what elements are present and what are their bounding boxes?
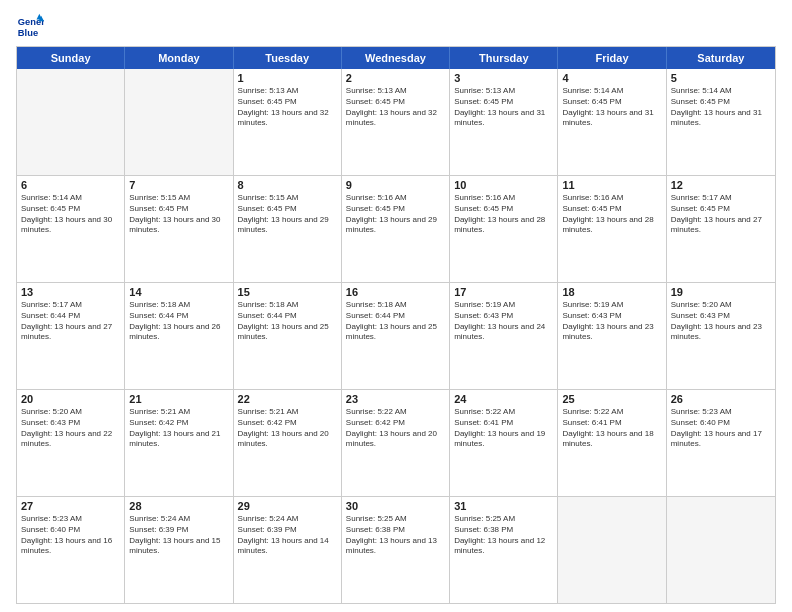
- day-number: 25: [562, 393, 661, 405]
- weekday-header-monday: Monday: [125, 47, 233, 69]
- weekday-header-friday: Friday: [558, 47, 666, 69]
- calendar-day-19: 19Sunrise: 5:20 AM Sunset: 6:43 PM Dayli…: [667, 283, 775, 389]
- day-number: 10: [454, 179, 553, 191]
- day-info: Sunrise: 5:24 AM Sunset: 6:39 PM Dayligh…: [129, 514, 228, 557]
- weekday-header-saturday: Saturday: [667, 47, 775, 69]
- calendar-day-13: 13Sunrise: 5:17 AM Sunset: 6:44 PM Dayli…: [17, 283, 125, 389]
- page: General Blue SundayMondayTuesdayWednesda…: [0, 0, 792, 612]
- day-info: Sunrise: 5:16 AM Sunset: 6:45 PM Dayligh…: [454, 193, 553, 236]
- calendar-empty-cell: [17, 69, 125, 175]
- header: General Blue: [16, 12, 776, 40]
- day-info: Sunrise: 5:20 AM Sunset: 6:43 PM Dayligh…: [671, 300, 771, 343]
- calendar-day-5: 5Sunrise: 5:14 AM Sunset: 6:45 PM Daylig…: [667, 69, 775, 175]
- day-info: Sunrise: 5:17 AM Sunset: 6:45 PM Dayligh…: [671, 193, 771, 236]
- day-number: 30: [346, 500, 445, 512]
- day-number: 23: [346, 393, 445, 405]
- day-info: Sunrise: 5:20 AM Sunset: 6:43 PM Dayligh…: [21, 407, 120, 450]
- calendar-row-2: 13Sunrise: 5:17 AM Sunset: 6:44 PM Dayli…: [17, 283, 775, 390]
- day-number: 5: [671, 72, 771, 84]
- logo: General Blue: [16, 12, 48, 40]
- weekday-header-wednesday: Wednesday: [342, 47, 450, 69]
- day-info: Sunrise: 5:19 AM Sunset: 6:43 PM Dayligh…: [454, 300, 553, 343]
- calendar-day-2: 2Sunrise: 5:13 AM Sunset: 6:45 PM Daylig…: [342, 69, 450, 175]
- weekday-header-thursday: Thursday: [450, 47, 558, 69]
- calendar-day-17: 17Sunrise: 5:19 AM Sunset: 6:43 PM Dayli…: [450, 283, 558, 389]
- calendar-body: 1Sunrise: 5:13 AM Sunset: 6:45 PM Daylig…: [17, 69, 775, 603]
- day-number: 2: [346, 72, 445, 84]
- day-number: 9: [346, 179, 445, 191]
- day-info: Sunrise: 5:14 AM Sunset: 6:45 PM Dayligh…: [21, 193, 120, 236]
- day-number: 6: [21, 179, 120, 191]
- calendar-row-1: 6Sunrise: 5:14 AM Sunset: 6:45 PM Daylig…: [17, 176, 775, 283]
- calendar-header: SundayMondayTuesdayWednesdayThursdayFrid…: [17, 47, 775, 69]
- day-info: Sunrise: 5:25 AM Sunset: 6:38 PM Dayligh…: [454, 514, 553, 557]
- day-info: Sunrise: 5:18 AM Sunset: 6:44 PM Dayligh…: [238, 300, 337, 343]
- calendar-day-18: 18Sunrise: 5:19 AM Sunset: 6:43 PM Dayli…: [558, 283, 666, 389]
- calendar-day-8: 8Sunrise: 5:15 AM Sunset: 6:45 PM Daylig…: [234, 176, 342, 282]
- calendar-row-4: 27Sunrise: 5:23 AM Sunset: 6:40 PM Dayli…: [17, 497, 775, 603]
- day-info: Sunrise: 5:23 AM Sunset: 6:40 PM Dayligh…: [21, 514, 120, 557]
- calendar-row-3: 20Sunrise: 5:20 AM Sunset: 6:43 PM Dayli…: [17, 390, 775, 497]
- calendar-day-26: 26Sunrise: 5:23 AM Sunset: 6:40 PM Dayli…: [667, 390, 775, 496]
- day-info: Sunrise: 5:14 AM Sunset: 6:45 PM Dayligh…: [562, 86, 661, 129]
- day-number: 13: [21, 286, 120, 298]
- day-number: 22: [238, 393, 337, 405]
- calendar-day-16: 16Sunrise: 5:18 AM Sunset: 6:44 PM Dayli…: [342, 283, 450, 389]
- weekday-header-sunday: Sunday: [17, 47, 125, 69]
- calendar-day-23: 23Sunrise: 5:22 AM Sunset: 6:42 PM Dayli…: [342, 390, 450, 496]
- day-number: 4: [562, 72, 661, 84]
- day-info: Sunrise: 5:22 AM Sunset: 6:41 PM Dayligh…: [562, 407, 661, 450]
- day-info: Sunrise: 5:17 AM Sunset: 6:44 PM Dayligh…: [21, 300, 120, 343]
- calendar-day-31: 31Sunrise: 5:25 AM Sunset: 6:38 PM Dayli…: [450, 497, 558, 603]
- day-info: Sunrise: 5:16 AM Sunset: 6:45 PM Dayligh…: [562, 193, 661, 236]
- day-number: 16: [346, 286, 445, 298]
- day-info: Sunrise: 5:18 AM Sunset: 6:44 PM Dayligh…: [346, 300, 445, 343]
- day-number: 3: [454, 72, 553, 84]
- day-number: 21: [129, 393, 228, 405]
- day-number: 26: [671, 393, 771, 405]
- calendar-day-24: 24Sunrise: 5:22 AM Sunset: 6:41 PM Dayli…: [450, 390, 558, 496]
- day-number: 18: [562, 286, 661, 298]
- day-info: Sunrise: 5:15 AM Sunset: 6:45 PM Dayligh…: [238, 193, 337, 236]
- day-info: Sunrise: 5:21 AM Sunset: 6:42 PM Dayligh…: [238, 407, 337, 450]
- calendar-day-7: 7Sunrise: 5:15 AM Sunset: 6:45 PM Daylig…: [125, 176, 233, 282]
- day-info: Sunrise: 5:23 AM Sunset: 6:40 PM Dayligh…: [671, 407, 771, 450]
- calendar-day-25: 25Sunrise: 5:22 AM Sunset: 6:41 PM Dayli…: [558, 390, 666, 496]
- calendar-day-14: 14Sunrise: 5:18 AM Sunset: 6:44 PM Dayli…: [125, 283, 233, 389]
- calendar-day-9: 9Sunrise: 5:16 AM Sunset: 6:45 PM Daylig…: [342, 176, 450, 282]
- calendar-day-6: 6Sunrise: 5:14 AM Sunset: 6:45 PM Daylig…: [17, 176, 125, 282]
- calendar-day-1: 1Sunrise: 5:13 AM Sunset: 6:45 PM Daylig…: [234, 69, 342, 175]
- day-number: 14: [129, 286, 228, 298]
- day-number: 1: [238, 72, 337, 84]
- calendar-day-27: 27Sunrise: 5:23 AM Sunset: 6:40 PM Dayli…: [17, 497, 125, 603]
- day-info: Sunrise: 5:13 AM Sunset: 6:45 PM Dayligh…: [454, 86, 553, 129]
- calendar-empty-cell: [125, 69, 233, 175]
- calendar: SundayMondayTuesdayWednesdayThursdayFrid…: [16, 46, 776, 604]
- calendar-day-28: 28Sunrise: 5:24 AM Sunset: 6:39 PM Dayli…: [125, 497, 233, 603]
- day-info: Sunrise: 5:22 AM Sunset: 6:42 PM Dayligh…: [346, 407, 445, 450]
- day-info: Sunrise: 5:19 AM Sunset: 6:43 PM Dayligh…: [562, 300, 661, 343]
- svg-text:Blue: Blue: [18, 28, 38, 38]
- day-number: 24: [454, 393, 553, 405]
- day-number: 12: [671, 179, 771, 191]
- calendar-day-10: 10Sunrise: 5:16 AM Sunset: 6:45 PM Dayli…: [450, 176, 558, 282]
- day-number: 19: [671, 286, 771, 298]
- calendar-day-4: 4Sunrise: 5:14 AM Sunset: 6:45 PM Daylig…: [558, 69, 666, 175]
- day-number: 11: [562, 179, 661, 191]
- day-number: 29: [238, 500, 337, 512]
- day-number: 20: [21, 393, 120, 405]
- day-info: Sunrise: 5:18 AM Sunset: 6:44 PM Dayligh…: [129, 300, 228, 343]
- day-info: Sunrise: 5:14 AM Sunset: 6:45 PM Dayligh…: [671, 86, 771, 129]
- day-number: 28: [129, 500, 228, 512]
- day-number: 8: [238, 179, 337, 191]
- weekday-header-tuesday: Tuesday: [234, 47, 342, 69]
- calendar-day-15: 15Sunrise: 5:18 AM Sunset: 6:44 PM Dayli…: [234, 283, 342, 389]
- day-number: 7: [129, 179, 228, 191]
- logo-icon: General Blue: [16, 12, 44, 40]
- calendar-day-3: 3Sunrise: 5:13 AM Sunset: 6:45 PM Daylig…: [450, 69, 558, 175]
- calendar-day-21: 21Sunrise: 5:21 AM Sunset: 6:42 PM Dayli…: [125, 390, 233, 496]
- day-number: 17: [454, 286, 553, 298]
- day-number: 27: [21, 500, 120, 512]
- day-info: Sunrise: 5:16 AM Sunset: 6:45 PM Dayligh…: [346, 193, 445, 236]
- day-info: Sunrise: 5:15 AM Sunset: 6:45 PM Dayligh…: [129, 193, 228, 236]
